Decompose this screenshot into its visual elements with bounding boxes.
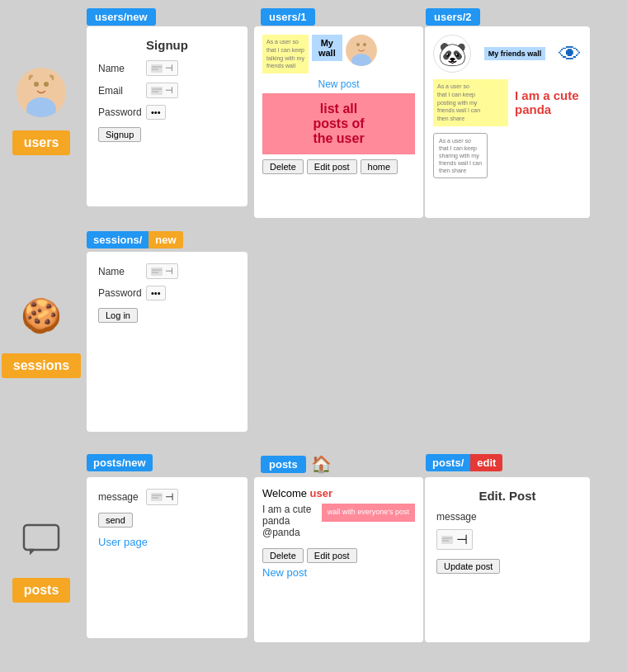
svg-rect-9 — [151, 87, 163, 95]
route-posts: posts 🏠 — [261, 454, 332, 474]
card-users2: 🐼 My friends wall 👁 As a user sothat I c… — [425, 26, 590, 218]
sticky-note-2: As a user sothat I can keepposting with … — [433, 79, 508, 126]
session-name-label: Name — [98, 266, 146, 277]
sidebar-posts-section: posts — [0, 446, 82, 672]
name-input[interactable]: ⊣ — [146, 60, 178, 76]
posts-delete-button[interactable]: Delete — [262, 548, 304, 563]
home-button[interactable]: home — [361, 159, 398, 174]
email-input[interactable]: ⊣ — [146, 83, 178, 98]
session-password-label: Password — [98, 287, 146, 299]
avatar — [16, 68, 66, 117]
signup-title: Signup — [98, 38, 236, 52]
posts-new-message-row: message ⊣ — [98, 489, 236, 505]
password-row: Password ••• — [98, 105, 236, 120]
sidebar-label-sessions[interactable]: sessions — [2, 353, 81, 378]
email-row: Email ⊣ — [98, 83, 236, 98]
sidebar-users-section: users — [0, 0, 82, 223]
session-name-row: Name ⊣ — [98, 263, 236, 279]
sidebar-label-posts[interactable]: posts — [12, 578, 71, 603]
card-posts: Welcome user wall with everyone's post I… — [254, 477, 423, 642]
edit-message-input[interactable]: ⊣ — [436, 529, 473, 550]
posts-new-message-label: message — [98, 491, 146, 503]
session-password-row: Password ••• — [98, 286, 236, 301]
friends-wall-box: My friends wall — [484, 47, 546, 60]
edit-message-row: message — [436, 511, 578, 523]
posts-edit-button[interactable]: Edit post — [307, 548, 357, 563]
wall-sticky-note: wall with everyone's post — [322, 504, 415, 522]
svg-rect-22 — [441, 536, 453, 544]
svg-point-1 — [26, 97, 56, 117]
signup-button[interactable]: Signup — [98, 127, 141, 142]
card-signup: Signup Name ⊣ Email ⊣ Password ••• Signu… — [87, 26, 248, 206]
route-posts-edit: posts/edit — [426, 454, 502, 471]
home-badge-icon: 🏠 — [311, 454, 332, 474]
svg-point-2 — [34, 82, 39, 87]
eye-icon: 👁 — [559, 40, 582, 68]
route-sessions-new: sessions/new — [87, 231, 183, 248]
users1-btn-row: Delete Edit post home — [262, 159, 415, 174]
svg-point-3 — [44, 82, 49, 87]
edit-post-title: Edit. Post — [436, 489, 578, 503]
panda-text: I am a cute panda — [515, 88, 582, 116]
send-button[interactable]: send — [98, 513, 133, 528]
sidebar-label-users[interactable]: users — [12, 130, 71, 155]
posts-new-message-input[interactable]: ⊣ — [146, 489, 178, 505]
posts-btn-row: Delete Edit post — [262, 548, 415, 563]
panda-avatar: 🐼 — [433, 35, 471, 73]
sidebar-sessions-section: 🍪 sessions — [0, 223, 82, 446]
user-page-link[interactable]: User page — [98, 536, 236, 548]
svg-point-13 — [351, 54, 371, 66]
svg-rect-16 — [151, 267, 163, 276]
edit-post-button[interactable]: Edit post — [307, 159, 357, 174]
new-post-link[interactable]: New post — [262, 78, 415, 90]
cookie-icon: 🍪 — [16, 291, 66, 340]
speech-bubble: As a user sothat I can keepsharing with … — [433, 133, 488, 178]
welcome-text: Welcome user — [262, 487, 332, 499]
login-button[interactable]: Log in — [98, 308, 138, 323]
svg-point-14 — [356, 43, 360, 46]
mywall-box: Mywall — [312, 35, 342, 61]
svg-rect-6 — [151, 64, 163, 73]
name-label: Name — [98, 63, 146, 74]
svg-rect-4 — [24, 525, 59, 550]
session-password-input[interactable]: ••• — [146, 286, 166, 301]
card-users1: As a user sothat I can keeptalking with … — [254, 26, 423, 218]
card-posts-new: message ⊣ send User page — [87, 477, 248, 638]
svg-point-0 — [30, 74, 53, 97]
update-post-button[interactable]: Update post — [436, 559, 500, 574]
email-label: Email — [98, 85, 146, 97]
mywall-area: As a user sothat I can keeptalking with … — [262, 35, 415, 73]
sticky-note-1: As a user sothat I can keeptalking with … — [262, 35, 309, 73]
password-label: Password — [98, 106, 146, 118]
svg-point-15 — [363, 43, 366, 46]
chat-icon — [16, 515, 66, 565]
card-sessions: Name ⊣ Password ••• Log in — [87, 252, 248, 432]
user-link[interactable]: user — [310, 487, 332, 499]
card-posts-edit: Edit. Post message ⊣ Update post — [425, 477, 590, 642]
user1-avatar — [346, 35, 377, 66]
route-posts-new: posts/new — [87, 454, 153, 471]
edit-message-label: message — [436, 511, 484, 523]
new-post-link-posts[interactable]: New post — [262, 566, 415, 579]
svg-rect-19 — [151, 493, 163, 501]
name-row: Name ⊣ — [98, 60, 236, 76]
list-all-posts-box: list all posts of the user — [262, 93, 415, 154]
delete-button[interactable]: Delete — [262, 159, 304, 174]
session-name-input[interactable]: ⊣ — [146, 263, 178, 279]
password-input[interactable]: ••• — [146, 105, 166, 120]
